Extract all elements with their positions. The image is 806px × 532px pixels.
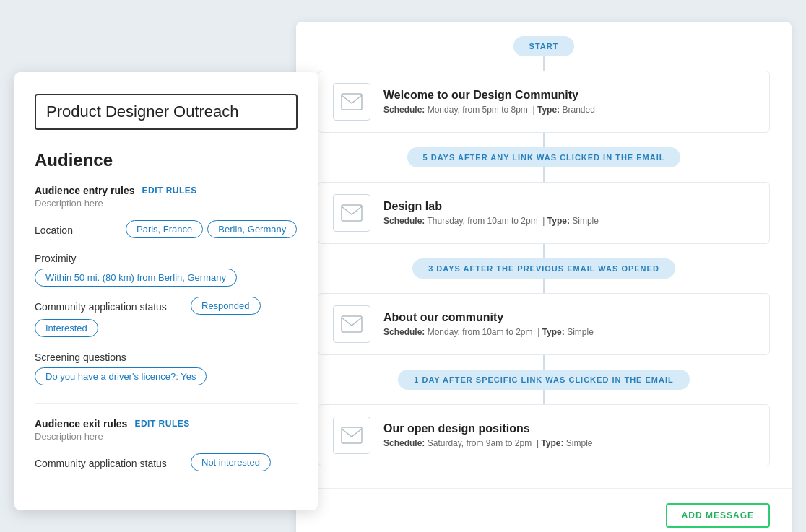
community-status-interested[interactable]: Interested: [35, 319, 98, 337]
exit-rules-description: Description here: [35, 431, 298, 442]
connector-5: [543, 355, 545, 370]
email-info-1: Design lab Schedule: Thursday, from 10am…: [384, 200, 755, 226]
left-panel: Audience Audience entry rules EDIT RULES…: [14, 72, 318, 510]
trigger-node-0: 5 DAYS AFTER ANY LINK WAS CLICKED IN THE…: [318, 147, 770, 167]
schedule-value-2: Monday, from 10am to 2pm: [428, 327, 533, 337]
right-panel: START Welcome to our Design Community Sc…: [296, 22, 792, 532]
schedule-label-3: Schedule:: [384, 438, 425, 448]
schedule-value-0: Monday, from 5pm to 8pm: [428, 105, 528, 115]
exit-rules-block: Audience exit rules EDIT RULES Descripti…: [35, 418, 298, 471]
type-value-2: Simple: [567, 327, 594, 337]
add-message-row: ADD MESSAGE: [296, 488, 792, 532]
type-value-3: Simple: [566, 438, 593, 448]
email-info-3: Our open design positions Schedule: Satu…: [384, 422, 755, 448]
schedule-label-2: Schedule:: [384, 327, 425, 337]
svg-rect-2: [342, 316, 362, 332]
community-status-label: Community application status: [35, 297, 186, 313]
type-value-0: Branded: [562, 105, 594, 115]
email-title-2: About our community: [384, 311, 755, 324]
entry-rules-description: Description here: [35, 198, 298, 209]
proximity-row: Proximity Within 50 mi. (80 km) from Ber…: [35, 248, 298, 287]
svg-rect-3: [342, 427, 362, 443]
screening-row: Screening questions Do you have a driver…: [35, 347, 298, 385]
entry-rules-edit[interactable]: EDIT RULES: [142, 186, 197, 196]
add-message-button[interactable]: ADD MESSAGE: [666, 503, 770, 528]
connector-4: [543, 279, 545, 293]
connector-1: [543, 133, 545, 147]
email-icon-3: [333, 417, 370, 454]
location-row: Location Paris, France Berlin, Germany: [35, 220, 298, 238]
email-meta-1: Schedule: Thursday, from 10am to 2pm | T…: [384, 216, 755, 226]
exit-rules-label: Audience exit rules: [35, 418, 127, 429]
connector-2: [543, 167, 545, 182]
email-icon-2: [333, 305, 370, 343]
connector-6: [543, 390, 545, 404]
schedule-label-1: Schedule:: [384, 216, 425, 226]
type-label-1: Type:: [547, 216, 570, 226]
schedule-value-1: Thursday, from 10am to 2pm: [427, 216, 537, 226]
email-title-0: Welcome to our Design Community: [384, 89, 755, 102]
type-label-3: Type:: [541, 438, 563, 448]
email-info-2: About our community Schedule: Monday, fr…: [384, 311, 755, 337]
svg-rect-0: [342, 94, 362, 110]
trigger-badge-1: 3 DAYS AFTER THE PREVIOUS EMAIL WAS OPEN…: [412, 258, 675, 279]
location-tag-paris[interactable]: Paris, France: [126, 220, 203, 238]
entry-rules-label: Audience entry rules: [35, 185, 135, 196]
email-title-1: Design lab: [384, 200, 755, 213]
trigger-badge-2: 1 DAY AFTER SPECIFIC LINK WAS CLICKED IN…: [398, 370, 689, 390]
email-card-2: About our community Schedule: Monday, fr…: [318, 293, 770, 355]
connector-0: [543, 56, 545, 71]
trigger-node-2: 1 DAY AFTER SPECIFIC LINK WAS CLICKED IN…: [318, 370, 770, 390]
screening-label: Screening questions: [35, 347, 126, 363]
location-label: Location: [35, 220, 121, 236]
divider: [35, 403, 298, 404]
email-meta-2: Schedule: Monday, from 10am to 2pm | Typ…: [384, 327, 755, 337]
svg-rect-1: [342, 205, 362, 221]
type-label-0: Type:: [537, 105, 560, 115]
entry-rules-block: Audience entry rules EDIT RULES Descript…: [35, 185, 298, 385]
email-icon-1: [333, 194, 370, 232]
email-icon-0: [333, 83, 370, 121]
schedule-value-3: Saturday, from 9am to 2pm: [428, 438, 532, 448]
community-status-row: Community application status Responded I…: [35, 297, 298, 337]
screening-tag[interactable]: Do you have a driver's licence?: Yes: [35, 367, 207, 385]
trigger-badge-0: 5 DAYS AFTER ANY LINK WAS CLICKED IN THE…: [407, 147, 681, 167]
trigger-node-1: 3 DAYS AFTER THE PREVIOUS EMAIL WAS OPEN…: [318, 258, 770, 279]
exit-status-label: Community application status: [35, 453, 186, 469]
email-title-3: Our open design positions: [384, 422, 755, 435]
audience-title: Audience: [35, 150, 298, 170]
start-node: START: [318, 36, 770, 56]
sequence-container: START Welcome to our Design Community Sc…: [296, 22, 792, 488]
type-value-1: Simple: [572, 216, 599, 226]
email-card-0: Welcome to our Design Community Schedule…: [318, 71, 770, 133]
exit-status-row: Community application status Not interes…: [35, 453, 298, 471]
location-tag-berlin[interactable]: Berlin, Germany: [207, 220, 297, 238]
start-badge: START: [514, 36, 575, 56]
email-card-1: Design lab Schedule: Thursday, from 10am…: [318, 182, 770, 244]
schedule-label-0: Schedule:: [384, 105, 425, 115]
proximity-tag[interactable]: Within 50 mi. (80 km) from Berlin, Germa…: [35, 269, 237, 287]
exit-rules-edit[interactable]: EDIT RULES: [134, 419, 189, 429]
campaign-name-input[interactable]: [35, 94, 298, 130]
community-status-responded[interactable]: Responded: [191, 297, 261, 315]
email-card-3: Our open design positions Schedule: Satu…: [318, 404, 770, 466]
email-meta-0: Schedule: Monday, from 5pm to 8pm | Type…: [384, 105, 755, 115]
type-label-2: Type:: [542, 327, 565, 337]
exit-status-tag[interactable]: Not interested: [191, 453, 271, 471]
email-meta-3: Schedule: Saturday, from 9am to 2pm | Ty…: [384, 438, 755, 448]
connector-3: [543, 244, 545, 258]
proximity-label: Proximity: [35, 248, 121, 264]
email-info-0: Welcome to our Design Community Schedule…: [384, 89, 755, 115]
